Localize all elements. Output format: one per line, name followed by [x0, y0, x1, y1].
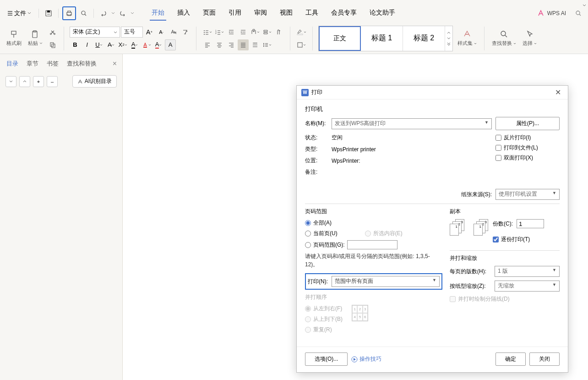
clear-format-button[interactable] — [180, 27, 191, 38]
menu-bar: 文件 开始 插入 页面 引用 审阅 视图 工具 会员专享 论文助手 WPS AI — [0, 4, 588, 23]
select-button[interactable]: 选择 — [521, 30, 539, 47]
chevron-down-icon — [111, 11, 115, 15]
style-normal[interactable]: 正文 — [319, 26, 361, 51]
ok-button[interactable]: 确定 — [495, 352, 526, 366]
radio-range[interactable] — [305, 242, 311, 248]
tab-reference[interactable]: 引用 — [227, 6, 243, 21]
collate-checkbox[interactable] — [493, 237, 499, 242]
ribbon: 格式刷 粘贴 宋体 (正文) 五号 A+ A- B I U A̶ X2 A A … — [0, 23, 588, 54]
expand-all-button[interactable] — [19, 76, 30, 87]
properties-button[interactable]: 属性(P)... — [495, 117, 560, 130]
text-direction-button[interactable] — [250, 27, 261, 38]
distribute-button[interactable] — [250, 39, 261, 50]
print-what-select[interactable]: 范围中所有页面 — [332, 276, 440, 287]
copies-label: 份数(C): — [493, 220, 513, 228]
style-h1[interactable]: 标题 1 — [361, 26, 403, 51]
save-icon-button[interactable] — [43, 7, 54, 19]
add-item-button[interactable]: + — [33, 76, 44, 87]
page-range-input[interactable] — [347, 240, 397, 249]
superscript-button[interactable]: X2 — [117, 39, 128, 50]
strikethrough-button[interactable]: A̶ — [105, 39, 116, 50]
paper-source-select[interactable]: 使用打印机设置 — [495, 189, 560, 200]
align-left-button[interactable] — [202, 39, 213, 50]
bullets-button[interactable] — [202, 27, 213, 38]
type-label: 类型: — [305, 145, 328, 153]
format-painter-group[interactable]: 格式刷 — [5, 30, 23, 47]
cancel-button[interactable]: 关闭 — [529, 352, 560, 366]
numbering-button[interactable]: 12 — [214, 27, 225, 38]
printer-name-select[interactable]: 发送到WPS高级打印 — [332, 118, 492, 129]
scale-select[interactable]: 无缩放 — [495, 281, 560, 292]
print-to-file-checkbox[interactable] — [495, 145, 501, 151]
tips-link[interactable]: 操作技巧 — [351, 355, 381, 363]
copies-input[interactable] — [517, 219, 544, 228]
decrease-font-button[interactable]: A- — [156, 27, 167, 38]
print-what-highlight: 打印(N): 范围中所有页面 — [305, 273, 442, 290]
increase-font-button[interactable]: A+ — [144, 27, 155, 38]
bold-button[interactable]: B — [70, 39, 81, 50]
copy-button[interactable] — [47, 39, 58, 50]
justify-button[interactable] — [238, 39, 249, 50]
redo-button[interactable] — [117, 7, 129, 19]
panel-tab-bookmark[interactable]: 书签 — [46, 58, 60, 70]
italic-button[interactable]: I — [82, 39, 93, 50]
highlight-button[interactable] — [141, 39, 152, 50]
panel-close-button[interactable]: × — [113, 60, 117, 68]
tab-member[interactable]: 会员专享 — [329, 6, 359, 21]
shading-button[interactable]: A — [165, 39, 176, 50]
shading-color-button[interactable] — [296, 27, 307, 38]
font-size-select[interactable]: 五号 — [121, 27, 143, 38]
undo-button[interactable] — [98, 7, 109, 19]
panel-tab-chapter[interactable]: 章节 — [26, 58, 39, 70]
options-button[interactable]: 选项(O)... — [305, 352, 348, 366]
paste-group[interactable]: 粘贴 — [26, 30, 44, 47]
radio-current[interactable] — [305, 231, 311, 237]
font-color-button[interactable]: A — [129, 39, 140, 50]
wps-ai-button[interactable]: WPS AI — [537, 10, 566, 17]
radio-all[interactable] — [305, 220, 311, 226]
align-right-button[interactable] — [226, 39, 237, 50]
panel-tab-findreplace[interactable]: 查找和替换 — [66, 58, 98, 70]
decrease-indent-button[interactable] — [226, 27, 237, 38]
sort-button[interactable] — [261, 27, 272, 38]
tab-page[interactable]: 页面 — [201, 6, 218, 21]
mirror-print-checkbox[interactable] — [495, 135, 501, 141]
tab-paper[interactable]: 论文助手 — [368, 6, 397, 21]
gallery-up-icon[interactable] — [447, 31, 451, 35]
cut-button[interactable] — [47, 27, 58, 38]
underline-button[interactable]: U — [93, 39, 104, 50]
tab-review[interactable]: 审阅 — [252, 6, 269, 21]
file-menu[interactable]: 文件 — [4, 7, 35, 19]
style-h2[interactable]: 标题 2 — [403, 26, 445, 51]
align-center-button[interactable] — [214, 39, 225, 50]
change-case-button[interactable] — [168, 27, 179, 38]
font-select[interactable]: 宋体 (正文) — [70, 27, 120, 38]
search-button[interactable] — [572, 7, 584, 19]
svg-rect-11 — [143, 47, 147, 48]
increase-indent-button[interactable] — [238, 27, 249, 38]
style-gallery[interactable]: 正文 标题 1 标题 2 — [318, 26, 453, 51]
print-button[interactable] — [62, 6, 76, 20]
duplex-checkbox[interactable] — [495, 155, 501, 161]
print-preview-button[interactable] — [78, 7, 90, 19]
border-button[interactable] — [296, 39, 307, 50]
pages-per-sheet-select[interactable]: 1 版 — [495, 266, 560, 277]
svg-point-3 — [576, 11, 580, 15]
panel-tab-toc[interactable]: 目录 — [5, 58, 19, 70]
gallery-more-icon[interactable] — [447, 42, 451, 46]
collapse-all-button[interactable] — [5, 76, 16, 87]
show-marks-button[interactable] — [273, 27, 284, 38]
tab-start[interactable]: 开始 — [150, 6, 166, 21]
tab-tools[interactable]: 工具 — [304, 6, 320, 21]
find-replace-button[interactable]: 查找替换 — [490, 30, 518, 47]
text-color-button[interactable]: A — [153, 39, 164, 50]
gallery-down-icon[interactable] — [447, 37, 451, 40]
remove-item-button[interactable]: – — [47, 76, 58, 87]
style-sets-button[interactable]: 样式集 — [456, 30, 479, 47]
ai-toc-button[interactable]: AI识别目录 — [72, 75, 117, 88]
tab-view[interactable]: 视图 — [278, 6, 294, 21]
line-spacing-button[interactable] — [261, 39, 272, 50]
dialog-close-button[interactable]: ✕ — [552, 88, 563, 97]
play-icon — [351, 356, 358, 363]
tab-insert[interactable]: 插入 — [175, 6, 192, 21]
